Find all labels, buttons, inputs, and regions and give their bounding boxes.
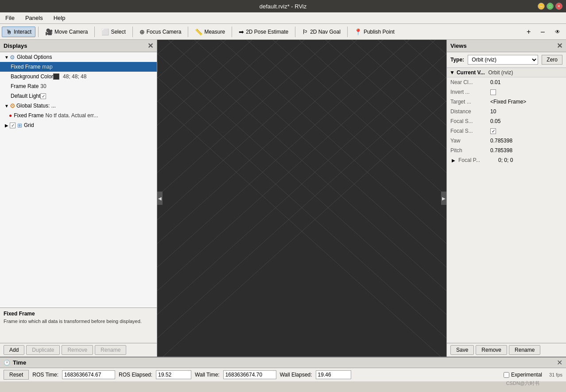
background-color-label: Background Color <box>11 73 53 80</box>
pitch-value: 0.785398 <box>490 147 512 154</box>
ros-time-input[interactable] <box>62 370 115 379</box>
view-extra-button[interactable]: 👁 <box>551 27 564 37</box>
interact-button[interactable]: 🖱 Interact <box>2 27 35 37</box>
distance-value: 10 <box>490 108 496 115</box>
focal-scale1-item[interactable]: Focal S... 0.05 <box>447 116 566 126</box>
interact-label: Interact <box>14 29 31 35</box>
displays-title: Displays <box>4 42 27 49</box>
measure-button[interactable]: 📏 Measure <box>191 27 229 37</box>
invert-item[interactable]: Invert ... <box>447 87 566 97</box>
background-color-item[interactable]: Background Color 48; 48; 48 <box>0 72 157 81</box>
2d-pose-icon: ➡ <box>239 28 244 35</box>
displays-close-button[interactable]: ✕ <box>147 42 153 50</box>
separator-3 <box>132 27 133 37</box>
window-title: default.rviz* - RViz <box>260 3 306 10</box>
pitch-item[interactable]: Pitch 0.785398 <box>447 146 566 155</box>
distance-item[interactable]: Distance 10 <box>447 107 566 116</box>
rename-button[interactable]: Rename <box>95 345 126 355</box>
views-type-select[interactable]: Orbit (rviz) <box>468 55 538 65</box>
wall-elapsed-label: Wall Elapsed: <box>280 372 312 378</box>
separator-2 <box>94 27 95 37</box>
menu-panels[interactable]: Panels <box>23 14 45 22</box>
remove-button[interactable]: Remove <box>62 345 93 355</box>
2d-pose-label: 2D Pose Estimate <box>246 29 288 35</box>
views-type-row: Type: Orbit (rviz) Zero <box>447 52 566 68</box>
ros-elapsed-input[interactable] <box>156 370 191 379</box>
global-options-label: Global Options <box>17 54 52 60</box>
frame-rate-item[interactable]: Frame Rate 30 <box>0 81 157 91</box>
focus-camera-button[interactable]: ⊕ Focus Camera <box>136 27 186 37</box>
views-close-button[interactable]: ✕ <box>557 42 562 50</box>
invert-checkbox[interactable] <box>490 89 496 95</box>
duplicate-button[interactable]: Duplicate <box>26 345 60 355</box>
2d-pose-button[interactable]: ➡ 2D Pose Estimate <box>235 27 292 37</box>
focus-camera-icon: ⊕ <box>140 28 145 35</box>
focus-camera-label: Focus Camera <box>147 29 182 35</box>
target-label: Target ... <box>450 99 490 105</box>
expand-arrow: ▼ <box>450 69 455 76</box>
menu-file[interactable]: File <box>4 14 16 22</box>
grid-item[interactable]: ▶ ⊞ Grid <box>0 120 157 130</box>
svg-rect-0 <box>157 40 446 357</box>
experimental-label: Experimental <box>511 372 542 378</box>
move-camera-button[interactable]: 🎥 Move Camera <box>41 27 92 37</box>
description-text: Frame into which all data is transformed… <box>4 319 153 324</box>
maximize-button[interactable]: □ <box>547 3 554 10</box>
viewport-arrow-right[interactable]: ▶ <box>441 192 446 205</box>
fixed-frame-value: map <box>42 64 52 70</box>
gs-fixed-frame-label: Fixed Frame <box>14 112 43 119</box>
global-status-fixed-frame-item[interactable]: ● Fixed Frame No tf data. Actual err... <box>0 111 157 120</box>
global-status-icon: ⚙ <box>10 102 16 109</box>
views-rename-button[interactable]: Rename <box>509 345 540 355</box>
experimental-checkbox[interactable] <box>504 372 509 378</box>
separator-5 <box>232 27 232 37</box>
frame-rate-label: Frame Rate <box>11 83 39 89</box>
focal-point-item[interactable]: ▶ Focal P... 0; 0; 0 <box>447 155 566 165</box>
focal-scale1-value: 0.05 <box>490 118 500 124</box>
invert-label: Invert ... <box>450 89 490 95</box>
main-area: Displays ✕ ▼ ⚙ Global Options Fixed Fram… <box>0 40 566 357</box>
default-light-checkbox[interactable] <box>40 93 46 99</box>
gs-fixed-frame-value: No tf data. Actual err... <box>46 112 98 119</box>
views-type-label: Type: <box>450 57 464 63</box>
publish-point-button[interactable]: 📍 Publish Point <box>350 27 399 37</box>
remove-extra-button[interactable]: – <box>537 26 549 38</box>
close-button[interactable]: ✕ <box>555 3 562 10</box>
views-remove-button[interactable]: Remove <box>476 345 507 355</box>
interact-icon: 🖱 <box>6 28 12 35</box>
views-panel: Views ✕ Type: Orbit (rviz) Zero ▼ Curren… <box>446 40 566 357</box>
focal-scale2-label: Focal S... <box>450 128 490 134</box>
views-section-header[interactable]: ▼ Current V... Orbit (rviz) <box>447 68 566 77</box>
views-tree: ▼ Current V... Orbit (rviz) Near Cl... 0… <box>447 68 566 205</box>
add-extra-button[interactable]: + <box>523 26 535 38</box>
global-options-item[interactable]: ▼ ⚙ Global Options <box>0 52 157 62</box>
menu-help[interactable]: Help <box>52 14 67 22</box>
select-button[interactable]: ⬜ Select <box>97 27 129 37</box>
2d-nav-icon: 🏳 <box>302 28 308 35</box>
measure-icon: 📏 <box>195 28 202 35</box>
measure-label: Measure <box>204 29 225 35</box>
global-status-label: Global Status: ... <box>16 103 56 109</box>
grid-checkbox[interactable] <box>10 123 16 128</box>
near-clip-item[interactable]: Near Cl... 0.01 <box>447 77 566 87</box>
minimize-button[interactable]: – <box>538 3 545 10</box>
wall-elapsed-input[interactable] <box>316 370 351 379</box>
2d-nav-button[interactable]: 🏳 2D Nav Goal <box>298 27 345 37</box>
yaw-item[interactable]: Yaw 0.785398 <box>447 136 566 146</box>
views-save-button[interactable]: Save <box>450 345 474 355</box>
viewport[interactable]: ◀ ▶ <box>157 40 446 357</box>
focal-scale2-item[interactable]: Focal S... <box>447 126 566 136</box>
reset-button[interactable]: Reset <box>4 370 29 380</box>
add-button[interactable]: Add <box>4 345 24 355</box>
publish-point-label: Publish Point <box>364 29 395 35</box>
fixed-frame-item[interactable]: Fixed Frame map <box>0 62 157 72</box>
viewport-arrow-left[interactable]: ◀ <box>157 192 163 205</box>
global-status-item[interactable]: ▼ ⚙ Global Status: ... <box>0 101 157 111</box>
description-area: Fixed Frame Frame into which all data is… <box>0 307 157 343</box>
default-light-item[interactable]: Default Light <box>0 91 157 101</box>
focal-scale2-checkbox[interactable] <box>490 128 496 134</box>
views-zero-button[interactable]: Zero <box>542 55 562 65</box>
wall-time-input[interactable] <box>223 370 276 379</box>
time-close-button[interactable]: ✕ <box>557 358 562 367</box>
target-item[interactable]: Target ... <Fixed Frame> <box>447 97 566 107</box>
